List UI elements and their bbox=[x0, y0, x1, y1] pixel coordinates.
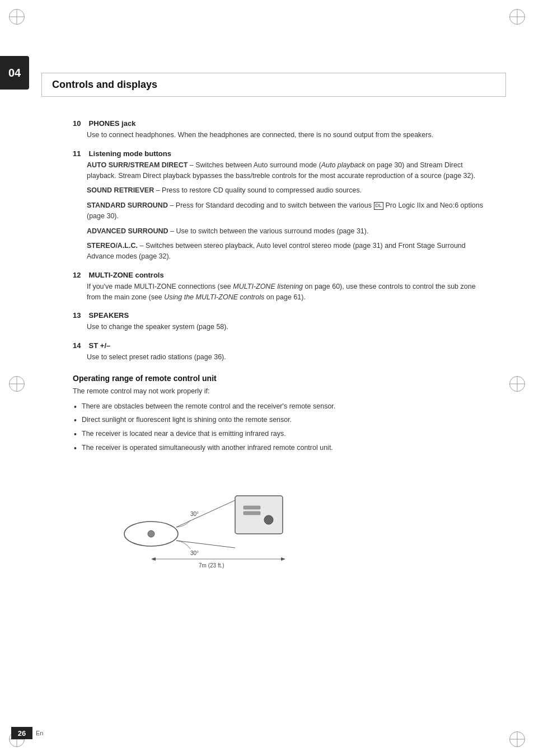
section-10-number: 10 bbox=[73, 119, 87, 128]
main-content: 10 PHONES jack Use to connect headphones… bbox=[73, 119, 489, 584]
subsection-stereo-alc: STEREO/A.L.C. – Switches between stereo … bbox=[87, 241, 489, 262]
corner-mark-ml bbox=[9, 376, 25, 392]
svg-text:30°: 30° bbox=[190, 511, 199, 517]
section-14-title: ST +/– bbox=[87, 341, 110, 350]
section-12: 12 MULTI-ZONE controls If you've made MU… bbox=[73, 271, 489, 303]
section-12-body: If you've made MULTI-ZONE connections (s… bbox=[87, 281, 489, 303]
section-11-title: Listening mode buttons bbox=[87, 149, 171, 158]
svg-point-6 bbox=[264, 515, 273, 524]
bullet-item-1: There are obstacles between the remote c… bbox=[73, 401, 489, 412]
corner-mark-tr bbox=[509, 9, 525, 25]
svg-text:30°: 30° bbox=[190, 550, 199, 556]
bullet-item-2: Direct sunlight or fluorescent light is … bbox=[73, 415, 489, 425]
subsection-auto-surr-title: AUTO SURR/STREAM DIRECT bbox=[87, 161, 188, 169]
section-11: 11 Listening mode buttons AUTO SURR/STRE… bbox=[73, 149, 489, 262]
page-title: Controls and displays bbox=[52, 79, 157, 90]
chapter-tab: 04 bbox=[0, 56, 29, 90]
svg-line-1 bbox=[176, 500, 235, 527]
section-14-body: Use to select preset radio stations (pag… bbox=[87, 352, 489, 363]
corner-mark-tl bbox=[9, 9, 25, 25]
section-14-number: 14 bbox=[73, 341, 87, 350]
section-13-body: Use to change the speaker system (page 5… bbox=[87, 322, 489, 332]
page-number: 26 bbox=[18, 729, 26, 738]
header-bar: Controls and displays bbox=[41, 73, 506, 97]
subsection-stereo-alc-title: STEREO/A.L.C. bbox=[87, 242, 138, 250]
bullet-list: There are obstacles between the remote c… bbox=[73, 401, 489, 453]
bullet-item-4: The receiver is operated simultaneously … bbox=[73, 443, 489, 453]
svg-rect-4 bbox=[243, 506, 260, 509]
corner-mark-mr bbox=[509, 376, 525, 392]
section-10-body: Use to connect headphones. When the head… bbox=[87, 130, 489, 140]
footer-lang: En bbox=[36, 730, 43, 736]
section-13-title: SPEAKERS bbox=[87, 311, 129, 320]
operating-range-intro: The remote control may not work properly… bbox=[73, 386, 489, 397]
subsection-advanced-surround: ADVANCED SURROUND – Use to switch betwee… bbox=[87, 226, 489, 237]
svg-point-7 bbox=[148, 530, 154, 537]
section-11-body: AUTO SURR/STREAM DIRECT – Switches betwe… bbox=[87, 160, 489, 262]
subsection-sound-retriever-title: SOUND RETRIEVER bbox=[87, 186, 154, 194]
subsection-standard-surround-title: STANDARD SURROUND bbox=[87, 201, 168, 209]
svg-text:7m (23 ft.): 7m (23 ft.) bbox=[199, 562, 224, 569]
page-number-box: 26 bbox=[11, 727, 32, 739]
subsection-auto-surr: AUTO SURR/STREAM DIRECT – Switches betwe… bbox=[87, 160, 489, 181]
operating-range-section: Operating range of remote control unit T… bbox=[73, 374, 489, 453]
footer-left: 26 En bbox=[11, 727, 43, 739]
footer: 26 En bbox=[0, 727, 534, 739]
section-10-title: PHONES jack bbox=[87, 119, 135, 128]
operating-range-title: Operating range of remote control unit bbox=[73, 374, 489, 383]
subsection-standard-surround: STANDARD SURROUND – Press for Standard d… bbox=[87, 200, 489, 222]
section-11-number: 11 bbox=[73, 149, 87, 158]
subsection-sound-retriever: SOUND RETRIEVER – Press to restore CD qu… bbox=[87, 185, 489, 196]
svg-rect-5 bbox=[243, 511, 260, 515]
subsection-advanced-surround-title: ADVANCED SURROUND bbox=[87, 227, 168, 235]
page-container: 04 Controls and displays 10 PHONES jack … bbox=[0, 0, 534, 756]
svg-marker-11 bbox=[151, 557, 156, 561]
subsection-stereo-alc-body: – Switches between stereo playback, Auto… bbox=[87, 242, 466, 260]
bullet-item-3: The receiver is located near a device th… bbox=[73, 429, 489, 439]
section-14: 14 ST +/– Use to select preset radio sta… bbox=[73, 341, 489, 363]
svg-line-2 bbox=[176, 541, 235, 548]
section-12-title: MULTI-ZONE controls bbox=[87, 271, 164, 279]
chapter-number: 04 bbox=[8, 67, 21, 79]
section-13: 13 SPEAKERS Use to change the speaker sy… bbox=[73, 311, 489, 332]
section-13-number: 13 bbox=[73, 311, 87, 320]
remote-diagram-svg: 30° 30° 7m (23 ft.) bbox=[118, 467, 297, 579]
remote-diagram: 30° 30° 7m (23 ft.) bbox=[118, 467, 297, 584]
svg-marker-12 bbox=[281, 557, 285, 561]
subsection-advanced-surround-body: – Use to switch between the various surr… bbox=[170, 227, 368, 235]
section-10: 10 PHONES jack Use to connect headphones… bbox=[73, 119, 489, 140]
section-12-number: 12 bbox=[73, 271, 87, 279]
subsection-sound-retriever-body: – Press to restore CD quality sound to c… bbox=[156, 186, 362, 194]
